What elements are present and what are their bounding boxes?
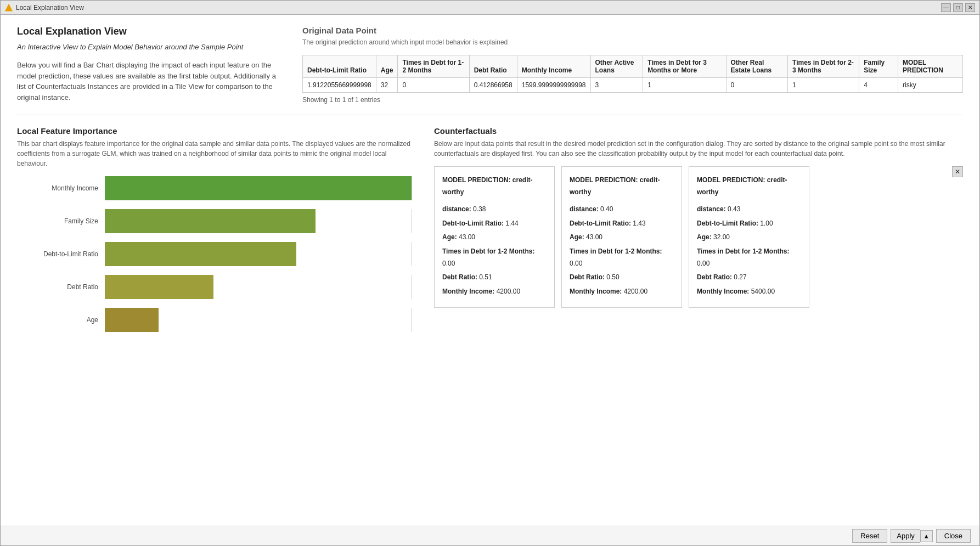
close-button[interactable]: Close (936, 529, 971, 543)
cell-family-size: 4 (859, 78, 898, 93)
cf-card-title: MODEL PREDICTION: credit-worthy (442, 175, 547, 198)
cf-card: MODEL PREDICTION: credit-worthydistance:… (689, 166, 809, 308)
cf-card-field: Times in Debt for 1-2 Months: 0.00 (570, 246, 674, 269)
apply-button[interactable]: Apply (891, 529, 920, 543)
bottom-section: Local Feature Importance This bar chart … (17, 126, 963, 341)
reset-button[interactable]: Reset (852, 529, 887, 543)
original-data-panel: Original Data Point The original predict… (302, 26, 963, 104)
bar-row: Debt-to-Limit Ratio (17, 242, 412, 266)
cf-card-field: Debt Ratio: 0.51 (442, 272, 547, 284)
cf-card-distance: distance: 0.40 (570, 204, 674, 216)
cell-times-1-2: 0 (398, 78, 469, 93)
section-divider (17, 115, 963, 115)
bar-area (105, 176, 412, 200)
bar-label: Family Size (17, 217, 105, 225)
top-section: Local Explanation View An Interactive Vi… (17, 26, 963, 104)
cell-debt-limit: 1.9122055669999998 (303, 78, 376, 93)
main-heading: Local Explanation View (17, 26, 280, 37)
cf-desc: Below are input data points that result … (434, 139, 963, 159)
app-icon (5, 4, 13, 12)
bar-chart: Monthly IncomeFamily SizeDebt-to-Limit R… (17, 176, 412, 332)
apply-arrow-button[interactable]: ▲ (920, 530, 933, 542)
showing-text: Showing 1 to 1 of 1 entries (302, 96, 963, 104)
col-family-size: Family Size (859, 55, 898, 78)
cf-card-distance: distance: 0.38 (442, 204, 547, 216)
bar-row: Family Size (17, 209, 412, 233)
cf-card-field: Monthly Income: 5400.00 (697, 286, 801, 298)
cell-times-3-more: 1 (643, 78, 726, 93)
minimize-button[interactable]: — (941, 3, 951, 12)
cell-monthly-income: 1599.9999999999998 (517, 78, 590, 93)
title-bar: Local Explanation View — □ ✕ (1, 1, 979, 15)
close-button[interactable]: ✕ (965, 3, 975, 12)
cf-title: Counterfactuals (434, 126, 963, 136)
cf-card-field: Monthly Income: 4200.00 (442, 286, 547, 298)
title-bar-left: Local Explanation View (5, 4, 84, 12)
cf-cards-wrapper: ✕ MODEL PREDICTION: credit-worthydistanc… (434, 166, 963, 308)
cell-age: 32 (376, 78, 398, 93)
col-other-active: Other Active Loans (590, 55, 643, 78)
bar-fill (105, 308, 159, 332)
chart-panel: Local Feature Importance This bar chart … (17, 126, 412, 341)
original-data-table: Debt-to-Limit Ratio Age Times in Debt fo… (302, 55, 963, 93)
cf-card: MODEL PREDICTION: credit-worthydistance:… (561, 166, 682, 308)
cell-prediction: risky (898, 78, 963, 93)
cf-card-field: Debt-to-Limit Ratio: 1.00 (697, 218, 801, 230)
col-times-2-3: Times in Debt for 2-3 Months (788, 55, 859, 78)
cell-debt-ratio: 0.412866958 (469, 78, 517, 93)
cf-card: MODEL PREDICTION: credit-worthydistance:… (434, 166, 555, 308)
bar-label: Age (17, 316, 105, 324)
col-prediction: MODEL PREDICTION (898, 55, 963, 78)
main-subtitle: An Interactive View to Explain Model Beh… (17, 43, 280, 51)
col-other-real-estate: Other Real Estate Loans (726, 55, 787, 78)
cf-cards: MODEL PREDICTION: credit-worthydistance:… (434, 166, 963, 308)
bar-area (105, 242, 412, 266)
main-scroll: Local Explanation View An Interactive Vi… (1, 15, 979, 526)
chart-desc: This bar chart displays feature importan… (17, 139, 412, 168)
maximize-button[interactable]: □ (953, 3, 963, 12)
window-title: Local Explanation View (16, 4, 84, 12)
cf-card-distance: distance: 0.43 (697, 204, 801, 216)
cf-card-field: Age: 43.00 (570, 232, 674, 244)
cf-card-field: Age: 43.00 (442, 232, 547, 244)
cell-times-2-3: 1 (788, 78, 859, 93)
chart-title: Local Feature Importance (17, 126, 412, 136)
counterfactuals-panel: Counterfactuals Below are input data poi… (434, 126, 963, 341)
original-data-desc: The original prediction around which inp… (302, 38, 963, 46)
cf-card-field: Debt Ratio: 0.27 (697, 272, 801, 284)
left-panel: Local Explanation View An Interactive Vi… (17, 26, 280, 104)
cf-card-field: Debt-to-Limit Ratio: 1.43 (570, 218, 674, 230)
bar-row: Monthly Income (17, 176, 412, 200)
bar-label: Monthly Income (17, 184, 105, 192)
bar-fill (105, 209, 316, 233)
bar-row: Age (17, 308, 412, 332)
bar-fill (105, 242, 296, 266)
original-data-title: Original Data Point (302, 26, 963, 35)
bar-label: Debt-to-Limit Ratio (17, 250, 105, 258)
cf-card-field: Times in Debt for 1-2 Months: 0.00 (442, 246, 547, 269)
main-window: Local Explanation View — □ ✕ Local Expla… (0, 0, 980, 546)
apply-button-group: Apply ▲ (891, 529, 932, 543)
col-debt-ratio: Debt Ratio (469, 55, 517, 78)
bar-label: Debt Ratio (17, 283, 105, 291)
main-description: Below you will find a Bar Chart displayi… (17, 60, 280, 103)
col-times-1-2: Times in Debt for 1-2 Months (398, 55, 469, 78)
cf-card-title: MODEL PREDICTION: credit-worthy (570, 175, 674, 198)
bottom-bar: Reset Apply ▲ Close (1, 526, 979, 545)
col-debt-limit: Debt-to-Limit Ratio (303, 55, 376, 78)
cf-card-field: Monthly Income: 4200.00 (570, 286, 674, 298)
cell-other-active: 3 (590, 78, 643, 93)
bar-area (105, 275, 412, 299)
cf-card-field: Times in Debt for 1-2 Months: 0.00 (697, 246, 801, 269)
bar-fill (105, 176, 412, 200)
content-area: Local Explanation View An Interactive Vi… (1, 15, 979, 545)
bar-area (105, 209, 412, 233)
cf-card-title: MODEL PREDICTION: credit-worthy (697, 175, 801, 198)
bar-area (105, 308, 412, 332)
col-monthly-income: Monthly Income (517, 55, 590, 78)
col-times-3-more: Times in Debt for 3 Months or More (643, 55, 726, 78)
bar-fill (105, 275, 213, 299)
cf-card-field: Age: 32.00 (697, 232, 801, 244)
cf-close-button[interactable]: ✕ (952, 166, 963, 177)
table-row: 1.9122055669999998 32 0 0.412866958 1599… (303, 78, 963, 93)
